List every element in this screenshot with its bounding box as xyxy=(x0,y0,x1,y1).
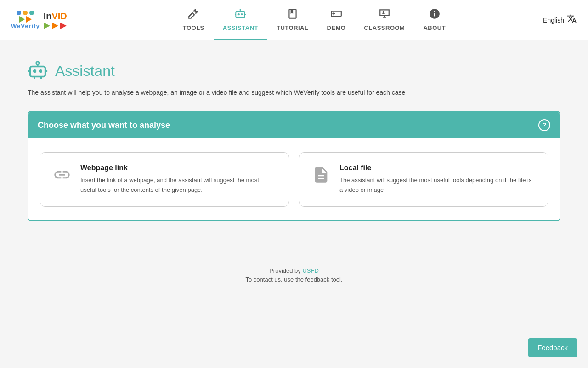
language-selector[interactable]: English xyxy=(543,14,577,26)
invid-arrows xyxy=(44,23,67,29)
logo-triangles xyxy=(19,16,32,23)
svg-point-4 xyxy=(238,13,240,15)
main-content: Assistant The assistant will help you to… xyxy=(0,40,588,240)
nav-demo[interactable]: DEMO xyxy=(317,0,355,40)
logo-area: WeVerify InVID xyxy=(11,11,67,29)
svg-rect-11 xyxy=(30,67,45,77)
footer-contact: To contact us, use the feedback tool. xyxy=(0,276,588,283)
nav-tutorial-label: TUTORIAL xyxy=(277,24,308,31)
svg-point-15 xyxy=(36,62,40,65)
nav-tutorial[interactable]: TUTORIAL xyxy=(267,0,317,40)
webpage-option[interactable]: Webpage link Insert the link of a webpag… xyxy=(40,152,289,207)
invid-in: In xyxy=(44,11,52,21)
nav-about-label: ABOUT xyxy=(423,24,446,31)
main-nav: TOOLS ASSISTANT TUTORIAL xyxy=(85,0,543,40)
svg-point-12 xyxy=(33,69,36,73)
svg-point-7 xyxy=(240,9,241,10)
localfile-option-content: Local file The assistant will suggest th… xyxy=(339,164,535,195)
language-icon xyxy=(567,14,577,26)
page-subtitle: The assistant will help you to analyse a… xyxy=(28,89,560,96)
tutorial-icon xyxy=(287,8,299,23)
webpage-option-title: Webpage link xyxy=(80,164,276,172)
invid-arrows-svg xyxy=(44,23,67,29)
file-icon xyxy=(312,166,330,188)
nav-tools-label: TOOLS xyxy=(183,24,204,31)
invid-vid: VID xyxy=(51,11,67,21)
tri-orange xyxy=(26,16,32,23)
language-label: English xyxy=(543,17,564,24)
logo-dots xyxy=(17,11,34,15)
demo-icon xyxy=(330,8,342,23)
nav-assistant[interactable]: ASSISTANT xyxy=(214,0,267,40)
svg-point-5 xyxy=(241,13,243,15)
usfd-link[interactable]: USFD xyxy=(302,267,318,274)
dot-orange xyxy=(23,11,28,15)
localfile-option-title: Local file xyxy=(339,164,535,172)
svg-marker-0 xyxy=(44,23,50,29)
svg-marker-1 xyxy=(52,23,58,29)
footer-provided-text: Provided by xyxy=(269,267,302,274)
invid-logo: InVID xyxy=(44,11,67,29)
webpage-option-content: Webpage link Insert the link of a webpag… xyxy=(80,164,276,195)
localfile-option[interactable]: Local file The assistant will suggest th… xyxy=(299,152,548,207)
tri-green xyxy=(19,16,25,23)
svg-point-13 xyxy=(39,69,42,73)
page-footer: Provided by USFD To contact us, use the … xyxy=(0,240,588,294)
card-body: Webpage link Insert the link of a webpag… xyxy=(28,138,560,220)
about-icon xyxy=(429,8,441,23)
feedback-button[interactable]: Feedback xyxy=(528,338,577,357)
card-header-title: Choose what you want to analyse xyxy=(38,121,170,130)
nav-classroom[interactable]: CLASSROOM xyxy=(355,0,414,40)
invid-text: InVID xyxy=(44,11,67,22)
svg-rect-3 xyxy=(236,12,245,17)
nav-about[interactable]: ABOUT xyxy=(414,0,455,40)
page-robot-icon xyxy=(28,59,48,83)
nav-assistant-label: ASSISTANT xyxy=(223,24,258,31)
analyse-card: Choose what you want to analyse ? Webpag… xyxy=(28,111,560,221)
nav-demo-label: DEMO xyxy=(327,24,345,31)
nav-classroom-label: CLASSROOM xyxy=(364,24,405,31)
svg-marker-2 xyxy=(60,23,67,29)
classroom-icon xyxy=(379,8,390,23)
site-header: WeVerify InVID TOOLS xyxy=(0,0,588,40)
help-button[interactable]: ? xyxy=(538,119,550,131)
help-label: ? xyxy=(543,121,547,129)
dot-blue xyxy=(17,11,21,15)
weverify-text: WeVerify xyxy=(11,23,40,29)
weverify-logo: WeVerify xyxy=(11,11,40,29)
nav-tools[interactable]: TOOLS xyxy=(174,0,214,40)
svg-point-10 xyxy=(383,11,384,13)
localfile-option-desc: The assistant will suggest the most usef… xyxy=(339,176,535,195)
assistant-icon xyxy=(234,8,246,23)
chain-link-icon xyxy=(53,166,71,188)
page-title-area: Assistant xyxy=(28,59,560,83)
dot-teal xyxy=(29,11,34,15)
footer-provided: Provided by USFD xyxy=(0,267,588,274)
page-title: Assistant xyxy=(55,63,115,80)
tools-icon xyxy=(187,8,199,23)
webpage-option-desc: Insert the link of a webpage, and the as… xyxy=(80,176,276,195)
card-header: Choose what you want to analyse ? xyxy=(28,112,560,138)
